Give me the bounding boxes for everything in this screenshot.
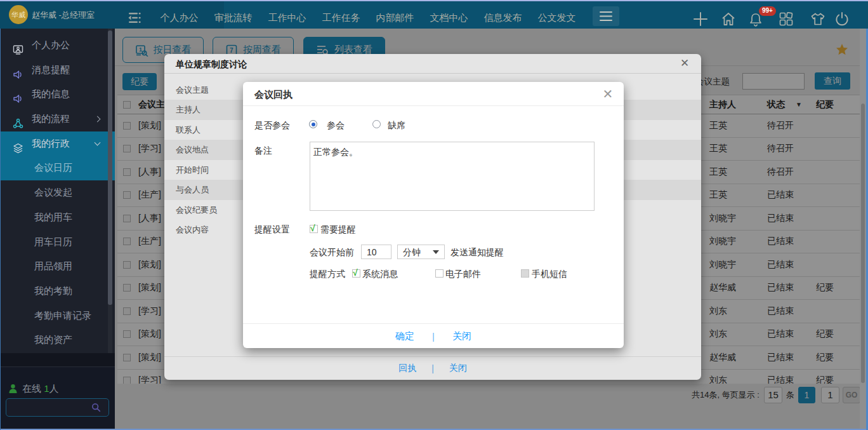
- chevron-down-icon: [95, 139, 101, 145]
- speaker-icon: [13, 65, 23, 76]
- top-nav-item[interactable]: 个人办公: [152, 4, 206, 31]
- email-label[interactable]: 电子邮件: [445, 269, 481, 279]
- absent-option-label[interactable]: 缺席: [388, 120, 405, 130]
- need-remind-checkbox[interactable]: √: [310, 225, 318, 233]
- top-nav-item[interactable]: 文档中心: [422, 4, 476, 31]
- method-label: 提醒方式: [310, 269, 345, 279]
- notification-badge: 99+: [759, 6, 776, 16]
- sidebar-item[interactable]: 我的考勤: [0, 279, 115, 304]
- sms-label[interactable]: 手机短信: [532, 269, 567, 279]
- top-nav-item[interactable]: 工作任务: [314, 4, 368, 31]
- chevron-down-icon: [433, 250, 439, 254]
- monitor-user-icon: [13, 40, 23, 51]
- before-label: 会议开始前: [310, 247, 354, 257]
- collapse-menu-icon[interactable]: [128, 11, 143, 25]
- sidebar-scrollbar[interactable]: [108, 29, 112, 353]
- top-nav-item[interactable]: 公文发文: [530, 4, 584, 31]
- close-icon[interactable]: ✕: [601, 87, 615, 101]
- top-nav-item[interactable]: 信息发布: [476, 4, 530, 31]
- minutes-before-input[interactable]: [361, 245, 391, 259]
- after-label: 发送通知提醒: [450, 247, 504, 257]
- sidebar-search-box: [6, 398, 109, 417]
- user-avatar[interactable]: 华威: [9, 5, 28, 24]
- app-window: 华威 赵华威 -总经理室 个人办公审批流转工作中心工作任务内部邮件文档中心信息发…: [0, 0, 868, 430]
- system-message-label[interactable]: 系统消息: [362, 269, 398, 279]
- topbar: 华威 赵华威 -总经理室 个人办公审批流转工作中心工作任务内部邮件文档中心信息发…: [0, 1, 868, 29]
- receipt-dialog-footer: 确定 | 关闭: [243, 323, 624, 348]
- sms-checkbox[interactable]: [521, 269, 529, 278]
- sidebar-item[interactable]: 消息提醒: [0, 58, 115, 83]
- home-icon[interactable]: [720, 11, 737, 27]
- email-checkbox[interactable]: [435, 269, 444, 278]
- online-user-icon: [8, 384, 18, 395]
- speaker-icon: [13, 89, 23, 100]
- sidebar-item[interactable]: 用品领用: [0, 254, 115, 279]
- sidebar-item[interactable]: 会议日历: [0, 156, 115, 180]
- absent-radio[interactable]: [372, 120, 381, 128]
- time-unit-select[interactable]: 分钟: [397, 245, 445, 259]
- sidebar-item[interactable]: 个人办公: [0, 33, 115, 58]
- system-message-checkbox[interactable]: √: [352, 269, 360, 278]
- power-icon[interactable]: [834, 11, 850, 27]
- flow-icon: [13, 114, 23, 124]
- tabs-menu-button[interactable]: [593, 6, 619, 26]
- sidebar-item[interactable]: 我的信息: [0, 82, 115, 107]
- sidebar-item[interactable]: 我的行政: [0, 131, 115, 156]
- remark-label: 备注: [254, 145, 272, 156]
- search-icon[interactable]: [91, 403, 101, 415]
- meeting-receipt-dialog: 会议回执 ✕ 是否参会 参会 缺席 备注 正常参会。 提醒设置 √ 需要提醒 会…: [243, 82, 624, 348]
- window-edge-top: [0, 0, 868, 1]
- sidebar-item[interactable]: 我的流程: [0, 107, 115, 131]
- online-status: 在线 1人: [8, 383, 59, 394]
- tabs-menu-icon: [600, 11, 612, 22]
- sidebar-search-input[interactable]: [11, 400, 94, 415]
- remind-label: 提醒设置: [254, 224, 290, 234]
- sidebar-item[interactable]: 我的用车: [0, 205, 115, 230]
- sidebar-divider: [0, 353, 115, 366]
- sidebar-item[interactable]: 我的资产: [0, 328, 115, 353]
- top-nav-item[interactable]: 工作中心: [260, 4, 314, 31]
- attend-radio[interactable]: [309, 120, 317, 128]
- grid-icon[interactable]: [778, 11, 794, 27]
- top-nav: 个人办公审批流转工作中心工作任务内部邮件文档中心信息发布公文发文: [152, 4, 584, 31]
- close-button[interactable]: 关闭: [452, 330, 471, 342]
- top-nav-item[interactable]: 审批流转: [206, 4, 260, 31]
- online-count: 1: [44, 383, 49, 394]
- sidebar-item[interactable]: 考勤申请记录: [0, 304, 115, 328]
- need-remind-label[interactable]: 需要提醒: [320, 224, 356, 234]
- sidebar-menu: 个人办公 消息提醒 我的信息 我的流程: [0, 33, 115, 353]
- sidebar-bottom-panel: 在线 1人: [0, 366, 115, 429]
- tshirt-icon[interactable]: [810, 11, 826, 27]
- sidebar-scrollbar-thumb[interactable]: [108, 30, 112, 305]
- remark-textarea[interactable]: 正常参会。: [310, 142, 595, 211]
- sidebar-item[interactable]: 用车日历: [0, 230, 115, 255]
- sidebar: 个人办公 消息提醒 我的信息 我的流程: [0, 29, 115, 429]
- confirm-button[interactable]: 确定: [395, 330, 414, 342]
- sidebar-item[interactable]: 会议发起: [0, 180, 115, 205]
- window-edge-left: [0, 29, 1, 430]
- plus-icon[interactable]: [692, 11, 709, 27]
- attend-option-label[interactable]: 参会: [327, 120, 345, 130]
- receipt-dialog-title: 会议回执: [243, 82, 624, 106]
- top-nav-item[interactable]: 内部邮件: [368, 4, 422, 31]
- user-name[interactable]: 赵华威 -总经理室: [32, 1, 95, 29]
- layers-icon: [13, 138, 23, 149]
- attend-label: 是否参会: [254, 120, 290, 130]
- chevron-right-icon: [95, 116, 101, 123]
